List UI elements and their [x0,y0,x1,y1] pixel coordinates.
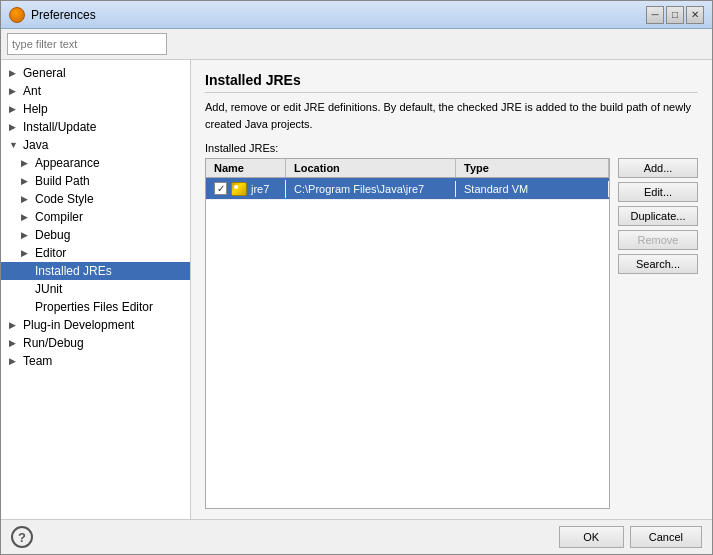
tree-arrow-icon: ▶ [9,122,21,132]
remove-button[interactable]: Remove [618,230,698,250]
col-location: Location [286,159,456,177]
sidebar-item-label: Help [23,102,186,116]
right-panel: Installed JREs Add, remove or edit JRE d… [191,60,712,519]
sidebar-item-properties-files-editor[interactable]: Properties Files Editor [1,298,190,316]
duplicate-button[interactable]: Duplicate... [618,206,698,226]
jre-table: Name Location Type ✓ jre7 C:\Pr [205,158,610,509]
tree-arrow-icon: ▶ [21,194,33,204]
sidebar-item-appearance[interactable]: ▶Appearance [1,154,190,172]
col-type: Type [456,159,609,177]
sidebar-item-label: JUnit [35,282,186,296]
tree-arrow-icon: ▶ [21,176,33,186]
help-icon[interactable]: ? [11,526,33,548]
window-controls: ─ □ ✕ [646,6,704,24]
sidebar-item-code-style[interactable]: ▶Code Style [1,190,190,208]
sidebar-item-label: Appearance [35,156,186,170]
bottom-bar: ? OK Cancel [1,519,712,554]
filter-input[interactable] [7,33,167,55]
panel-description: Add, remove or edit JRE definitions. By … [205,99,698,132]
table-header: Name Location Type [206,159,609,178]
cell-name: ✓ jre7 [206,180,286,198]
action-buttons: Add... Edit... Duplicate... Remove Searc… [618,158,698,509]
panel-title: Installed JREs [205,72,698,93]
cell-location: C:\Program Files\Java\jre7 [286,181,456,197]
jre-name: jre7 [251,183,269,195]
sidebar-item-build-path[interactable]: ▶Build Path [1,172,190,190]
sidebar-item-install-update[interactable]: ▶Install/Update [1,118,190,136]
title-bar-left: Preferences [9,7,96,23]
table-body: ✓ jre7 C:\Program Files\Java\jre7 Standa… [206,178,609,508]
bottom-left: ? [11,526,33,548]
sidebar-item-compiler[interactable]: ▶Compiler [1,208,190,226]
cell-type: Standard VM [456,181,609,197]
bottom-right: OK Cancel [559,526,702,548]
sidebar-item-ant[interactable]: ▶Ant [1,82,190,100]
app-icon [9,7,25,23]
sidebar-item-team[interactable]: ▶Team [1,352,190,370]
jre-location: C:\Program Files\Java\jre7 [294,183,424,195]
content-row: Name Location Type ✓ jre7 C:\Pr [205,158,698,509]
tree-arrow-icon: ▶ [9,338,21,348]
add-button[interactable]: Add... [618,158,698,178]
tree-arrow-icon: ▶ [21,158,33,168]
tree-arrow-icon: ▶ [9,320,21,330]
sidebar-item-installed-jres[interactable]: Installed JREs [1,262,190,280]
search-button[interactable]: Search... [618,254,698,274]
table-row[interactable]: ✓ jre7 C:\Program Files\Java\jre7 Standa… [206,178,609,200]
sidebar-item-label: Run/Debug [23,336,186,350]
minimize-button[interactable]: ─ [646,6,664,24]
sidebar-item-label: Properties Files Editor [35,300,186,314]
sidebar-item-label: Team [23,354,186,368]
sidebar-item-run-debug[interactable]: ▶Run/Debug [1,334,190,352]
sidebar-item-label: Compiler [35,210,186,224]
sidebar-item-junit[interactable]: JUnit [1,280,190,298]
preferences-window: Preferences ─ □ ✕ ▶General▶Ant▶Help▶Inst… [0,0,713,555]
sidebar-item-label: Code Style [35,192,186,206]
sidebar-item-label: Installed JREs [35,264,186,278]
tree-arrow-icon: ▶ [9,356,21,366]
sidebar-item-label: Editor [35,246,186,260]
toolbar [1,29,712,60]
title-bar: Preferences ─ □ ✕ [1,1,712,29]
close-button[interactable]: ✕ [686,6,704,24]
sidebar-item-label: Java [23,138,186,152]
table-label: Installed JREs: [205,142,698,154]
jre-type: Standard VM [464,183,528,195]
tree-arrow-icon: ▶ [21,248,33,258]
tree-arrow-icon: ▶ [9,86,21,96]
sidebar: ▶General▶Ant▶Help▶Install/Update▼Java▶Ap… [1,60,191,519]
sidebar-item-java[interactable]: ▼Java [1,136,190,154]
sidebar-item-label: Install/Update [23,120,186,134]
edit-button[interactable]: Edit... [618,182,698,202]
maximize-button[interactable]: □ [666,6,684,24]
sidebar-item-editor[interactable]: ▶Editor [1,244,190,262]
tree-arrow-icon: ▶ [9,104,21,114]
tree-arrow-icon: ▶ [21,230,33,240]
tree-arrow-icon: ▶ [21,212,33,222]
sidebar-item-general[interactable]: ▶General [1,64,190,82]
jre-icon [231,182,247,196]
tree-arrow-icon: ▼ [9,140,21,150]
sidebar-item-label: Build Path [35,174,186,188]
cancel-button[interactable]: Cancel [630,526,702,548]
sidebar-item-debug[interactable]: ▶Debug [1,226,190,244]
ok-button[interactable]: OK [559,526,624,548]
sidebar-item-label: Debug [35,228,186,242]
sidebar-item-label: Ant [23,84,186,98]
window-title: Preferences [31,8,96,22]
sidebar-item-plugin-development[interactable]: ▶Plug-in Development [1,316,190,334]
main-content: ▶General▶Ant▶Help▶Install/Update▼Java▶Ap… [1,60,712,519]
tree-arrow-icon: ▶ [9,68,21,78]
sidebar-item-label: Plug-in Development [23,318,186,332]
sidebar-item-label: General [23,66,186,80]
sidebar-item-help[interactable]: ▶Help [1,100,190,118]
row-checkbox[interactable]: ✓ [214,182,227,195]
col-name: Name [206,159,286,177]
